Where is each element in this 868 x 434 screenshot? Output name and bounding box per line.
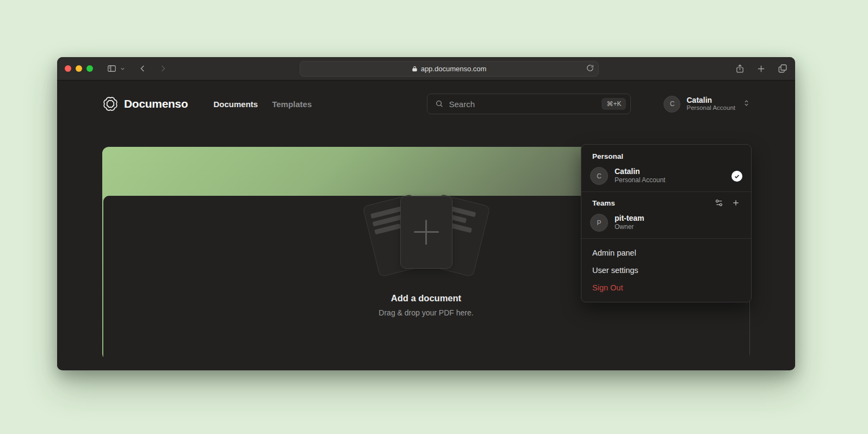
personal-avatar: C — [590, 167, 608, 185]
reload-icon — [586, 64, 594, 72]
search-icon — [435, 100, 444, 108]
toolbar-right — [735, 64, 788, 74]
traffic-lights — [65, 65, 93, 72]
plus-icon — [757, 64, 766, 73]
personal-name: Catalin — [615, 167, 665, 176]
reload-button[interactable] — [586, 64, 594, 73]
app-navbar: Documenso Documents Templates Search ⌘+K… — [57, 80, 795, 127]
team-text: pit-team Owner — [615, 214, 644, 231]
documenso-logo-icon — [102, 96, 119, 112]
lock-icon — [412, 65, 418, 72]
forward-icon — [159, 64, 167, 73]
card-front — [400, 196, 452, 269]
forward-button[interactable] — [159, 64, 167, 73]
account-menu-trigger[interactable]: C Catalin Personal Account — [664, 96, 750, 113]
document-cards-illustration — [358, 196, 494, 277]
plus-icon — [731, 199, 740, 207]
chevrons-up-down-icon — [743, 99, 750, 109]
search-input[interactable]: Search ⌘+K — [427, 94, 631, 114]
add-team-button[interactable] — [731, 199, 740, 207]
manage-teams-button[interactable] — [715, 199, 723, 207]
search-shortcut-badge: ⌘+K — [602, 98, 626, 110]
browser-titlebar: app.documenso.com — [57, 57, 795, 80]
address-url: app.documenso.com — [421, 65, 487, 73]
teams-section-header: Teams — [581, 197, 751, 212]
personal-account-item[interactable]: C Catalin Personal Account — [581, 165, 751, 189]
chevron-down-icon — [120, 66, 126, 72]
team-avatar: P — [590, 214, 608, 232]
app-page: Documenso Documents Templates Search ⌘+K… — [57, 80, 795, 370]
account-dropdown-menu: Personal C Catalin Personal Account Team… — [581, 144, 752, 302]
personal-section-label: Personal — [581, 151, 751, 165]
teams-section-label: Teams — [592, 199, 615, 207]
back-icon — [139, 64, 147, 73]
desktop: { "browser": { "url": "app.documenso.com… — [0, 0, 868, 434]
sliders-icon — [715, 199, 723, 207]
zoom-button[interactable] — [86, 65, 93, 72]
brand-name: Documenso — [124, 97, 188, 110]
plus-icon — [414, 220, 439, 245]
team-name: pit-team — [615, 214, 644, 223]
nav-templates[interactable]: Templates — [272, 100, 312, 109]
teams-actions — [715, 199, 740, 207]
brand[interactable]: Documenso — [102, 96, 188, 112]
account-avatar: C — [664, 96, 680, 113]
nav-documents[interactable]: Documents — [214, 100, 258, 109]
menu-item-user-settings[interactable]: User settings — [581, 262, 751, 279]
menu-item-sign-out[interactable]: Sign Out — [581, 279, 751, 296]
dropzone-subtitle: Drag & drop your PDF here. — [103, 308, 749, 317]
tab-overview-button[interactable] — [778, 64, 788, 74]
close-button[interactable] — [65, 65, 71, 72]
menu-item-admin-panel[interactable]: Admin panel — [581, 244, 751, 262]
main-nav: Documents Templates — [214, 100, 312, 109]
browser-window: app.documenso.com — [57, 57, 795, 370]
share-icon — [735, 64, 745, 74]
search-placeholder: Search — [449, 100, 475, 109]
team-role: Owner — [615, 223, 644, 232]
account-subtitle: Personal Account — [686, 104, 735, 112]
sidebar-toggle-button[interactable] — [106, 64, 117, 73]
team-item[interactable]: P pit-team Owner — [581, 212, 751, 236]
sidebar-menu-chevron[interactable] — [120, 66, 126, 72]
menu-divider — [581, 238, 751, 239]
sidebar-icon — [106, 64, 117, 73]
selected-check-icon — [731, 171, 742, 182]
account-name: Catalin — [686, 96, 735, 104]
back-button[interactable] — [139, 64, 147, 73]
history-buttons — [139, 64, 167, 73]
personal-text: Catalin Personal Account — [615, 167, 665, 184]
menu-divider — [581, 191, 751, 192]
share-button[interactable] — [735, 64, 745, 74]
account-text: Catalin Personal Account — [686, 96, 735, 112]
new-tab-button[interactable] — [757, 64, 766, 74]
minimize-button[interactable] — [76, 65, 82, 72]
tab-overview-icon — [778, 64, 788, 73]
address-bar[interactable]: app.documenso.com — [300, 61, 599, 77]
personal-subtitle: Personal Account — [615, 176, 665, 185]
